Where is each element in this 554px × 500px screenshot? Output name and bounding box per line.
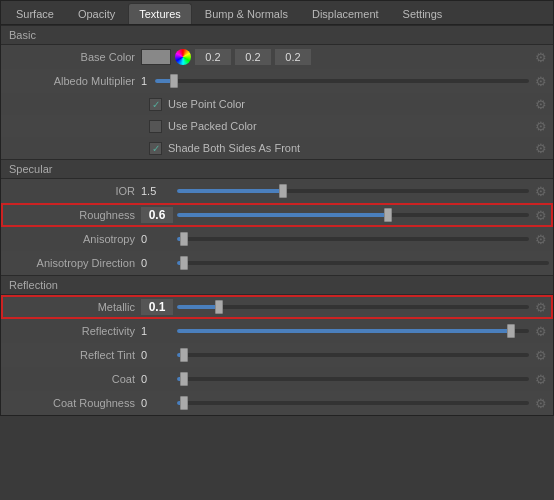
tab-bar: Surface Opacity Textures Bump & Normals … [1,1,553,25]
tab-opacity[interactable]: Opacity [67,3,126,24]
coat-roughness-content: 0 [141,396,529,410]
anisotropy-direction-content: 0 [141,256,549,270]
reflectivity-gear[interactable]: ⚙ [533,323,549,339]
albedo-thumb[interactable] [170,74,178,88]
reflectivity-slider[interactable] [177,324,529,338]
reflect-tint-label: Reflect Tint [1,349,141,361]
reflectivity-content: 1 [141,324,529,338]
ior-slider[interactable] [177,184,529,198]
ior-gear[interactable]: ⚙ [533,183,549,199]
use-packed-color-label: Use Packed Color [168,120,257,132]
specular-section-header: Specular [1,159,553,179]
reflectivity-thumb[interactable] [507,324,515,338]
coat-roughness-gear[interactable]: ⚙ [533,395,549,411]
tab-settings[interactable]: Settings [392,3,454,24]
color-swatch[interactable] [141,49,171,65]
reflect-tint-track [177,353,529,357]
anisotropy-direction-thumb[interactable] [180,256,188,270]
roughness-gear[interactable]: ⚙ [533,207,549,223]
anisotropy-value: 0 [141,233,169,245]
base-color-label: Base Color [1,51,141,63]
metallic-fill [177,305,219,309]
base-color-r[interactable] [195,49,231,65]
roughness-slider[interactable] [177,208,529,222]
coat-slider[interactable] [177,372,529,386]
coat-gear[interactable]: ⚙ [533,371,549,387]
base-color-row: Base Color ⚙ [1,45,553,69]
reflectivity-label: Reflectivity [1,325,141,337]
anisotropy-slider[interactable] [177,232,529,246]
reflectivity-track [177,329,529,333]
roughness-value: 0.6 [141,207,173,223]
use-point-color-checkbox[interactable] [149,98,162,111]
color-wheel-icon[interactable] [175,49,191,65]
metallic-row: Metallic 0.1 ⚙ [1,295,553,319]
metallic-thumb[interactable] [215,300,223,314]
tab-textures[interactable]: Textures [128,3,192,24]
albedo-content: 1 [141,74,529,88]
roughness-label: Roughness [1,209,141,221]
albedo-gear[interactable]: ⚙ [533,73,549,89]
roughness-fill [177,213,388,217]
roughness-row: Roughness 0.6 ⚙ [1,203,553,227]
reflectivity-fill [177,329,511,333]
point-color-gear[interactable]: ⚙ [533,96,549,112]
coat-thumb[interactable] [180,372,188,386]
shade-both-sides-gear[interactable]: ⚙ [533,140,549,156]
packed-color-gear[interactable]: ⚙ [533,118,549,134]
ior-value: 1.5 [141,185,169,197]
anisotropy-row: Anisotropy 0 ⚙ [1,227,553,251]
ior-content: 1.5 [141,184,529,198]
anisotropy-content: 0 [141,232,529,246]
coat-roughness-thumb[interactable] [180,396,188,410]
metallic-content: 0.1 [141,299,529,315]
anisotropy-direction-track [177,261,549,265]
ior-thumb[interactable] [279,184,287,198]
coat-row: Coat 0 ⚙ [1,367,553,391]
albedo-row: Albedo Multiplier 1 ⚙ [1,69,553,93]
ior-fill [177,189,283,193]
reflect-tint-slider[interactable] [177,348,529,362]
tab-surface[interactable]: Surface [5,3,65,24]
coat-roughness-value: 0 [141,397,169,409]
anisotropy-label: Anisotropy [1,233,141,245]
reflectivity-value: 1 [141,325,169,337]
base-color-gear[interactable]: ⚙ [533,49,549,65]
anisotropy-track [177,237,529,241]
tab-bump-normals[interactable]: Bump & Normals [194,3,299,24]
anisotropy-thumb[interactable] [180,232,188,246]
use-point-color-label: Use Point Color [168,98,245,110]
base-color-b[interactable] [275,49,311,65]
anisotropy-direction-slider[interactable] [177,256,549,270]
albedo-slider[interactable] [155,74,529,88]
roughness-track [177,213,529,217]
metallic-gear[interactable]: ⚙ [533,299,549,315]
basic-section-header: Basic [1,25,553,45]
reflect-tint-value: 0 [141,349,169,361]
coat-value: 0 [141,373,169,385]
reflect-tint-thumb[interactable] [180,348,188,362]
coat-roughness-slider[interactable] [177,396,529,410]
anisotropy-direction-row: Anisotropy Direction 0 [1,251,553,275]
roughness-content: 0.6 [141,207,529,223]
coat-roughness-label: Coat Roughness [1,397,141,409]
metallic-label: Metallic [1,301,141,313]
coat-content: 0 [141,372,529,386]
reflect-tint-content: 0 [141,348,529,362]
anisotropy-direction-value: 0 [141,257,169,269]
base-color-g[interactable] [235,49,271,65]
reflection-section-header: Reflection [1,275,553,295]
albedo-value: 1 [141,75,147,87]
albedo-label: Albedo Multiplier [1,75,141,87]
reflect-tint-gear[interactable]: ⚙ [533,347,549,363]
coat-track [177,377,529,381]
coat-label: Coat [1,373,141,385]
metallic-slider[interactable] [177,300,529,314]
shade-both-sides-label: Shade Both Sides As Front [168,142,300,154]
roughness-thumb[interactable] [384,208,392,222]
use-point-color-row: Use Point Color ⚙ [1,93,553,115]
anisotropy-gear[interactable]: ⚙ [533,231,549,247]
use-packed-color-checkbox[interactable] [149,120,162,133]
shade-both-sides-checkbox[interactable] [149,142,162,155]
tab-displacement[interactable]: Displacement [301,3,390,24]
